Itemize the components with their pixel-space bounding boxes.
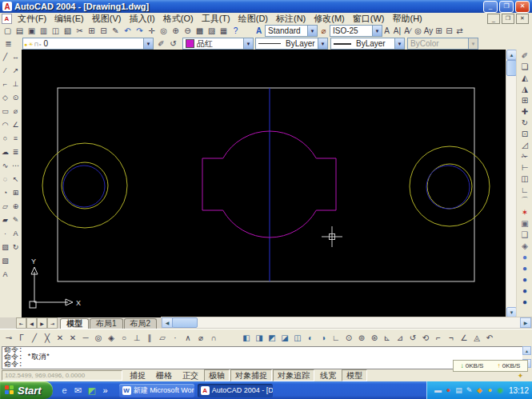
shade-flat-icon[interactable]: ● — [518, 285, 531, 296]
tray-security-icon[interactable]: ◉ — [496, 386, 505, 395]
ucs-previous-icon[interactable]: ↶ — [483, 331, 496, 344]
stretch-icon[interactable]: ◿ — [518, 139, 531, 150]
space-convert-icon[interactable]: ⇄ — [454, 25, 465, 36]
layer-manager-icon[interactable]: ≣ — [2, 38, 14, 49]
plot-icon[interactable]: ▥ — [38, 25, 50, 36]
linear-dimension-icon[interactable]: ↔ — [10, 50, 21, 63]
publish-icon[interactable]: ▧ — [62, 25, 74, 36]
open-icon[interactable]: ▤ — [14, 25, 26, 36]
snap-node-icon[interactable]: · — [169, 331, 182, 344]
face-ucs-icon[interactable]: ⊛ — [368, 331, 381, 344]
continue-dimension-icon[interactable]: ⋯ — [10, 158, 21, 172]
explode-icon[interactable]: ✶ — [518, 206, 531, 217]
top-view-icon[interactable]: ◨ — [253, 331, 266, 344]
status-toggle-线宽[interactable]: 线宽 — [315, 369, 341, 381]
pan-realtime-icon[interactable]: ✛ — [146, 25, 158, 36]
status-toggle-极轴[interactable]: 极轴 — [204, 369, 230, 381]
tab-模型[interactable]: 模型 — [60, 318, 89, 329]
restore-icon[interactable]: ❐ — [499, 1, 514, 13]
paste-icon[interactable]: ⊟ — [98, 25, 110, 36]
tab-布局1[interactable]: 布局1 — [90, 318, 123, 329]
center-mark-icon[interactable]: ⊕ — [10, 199, 21, 213]
extend-icon[interactable]: ⊢ — [518, 162, 531, 173]
array-icon[interactable]: ⊞ — [518, 94, 531, 106]
ellipse-arc-icon[interactable]: ◔ — [0, 186, 10, 199]
aligned-dimension-icon[interactable]: ↗ — [10, 63, 21, 77]
tab-next-icon[interactable]: ▶ — [37, 317, 47, 329]
construction-line-icon[interactable]: ⁄ — [0, 63, 10, 77]
ordinate-dimension-icon[interactable]: ⊥ — [10, 77, 21, 90]
hatch-icon[interactable]: ▨ — [0, 240, 10, 253]
close-icon[interactable]: ✕ — [515, 1, 530, 13]
quick-dimension-icon[interactable]: ≡ — [10, 131, 21, 145]
zoom-realtime-icon[interactable]: ◎ — [158, 25, 170, 36]
z-rotate-ucs-icon[interactable]: ∠ — [458, 331, 470, 344]
materials-icon[interactable]: ◈ — [518, 240, 531, 251]
tray-download-icon[interactable]: ◆ — [475, 386, 484, 395]
help-icon[interactable]: ? — [230, 25, 242, 36]
tray-printer-icon[interactable]: ▤ — [454, 386, 463, 395]
left-view-icon[interactable]: ◪ — [278, 331, 291, 344]
layer-on-icon-icon[interactable]: ● — [24, 42, 27, 47]
snap-parallel-icon[interactable]: ∥ — [143, 331, 156, 344]
tray-antivirus-icon[interactable]: ● — [444, 386, 453, 395]
tab-last-icon[interactable]: ⇥ — [47, 317, 58, 329]
shade-2d-wireframe-icon[interactable]: ● — [518, 251, 531, 262]
quick-leader-icon[interactable]: ↖ — [10, 172, 21, 186]
world-ucs-icon[interactable]: ⊙ — [342, 331, 355, 344]
layer-freeze-icon-icon[interactable]: ☀ — [28, 42, 33, 47]
status-toggle-模型[interactable]: 模型 — [342, 369, 367, 381]
snap-extension-icon[interactable]: ─ — [79, 331, 92, 344]
color-dropdown[interactable]: 品红 ▼ — [182, 38, 254, 50]
designcenter-icon[interactable]: ▨ — [206, 25, 218, 36]
region-icon[interactable]: ▧ — [0, 253, 10, 267]
snap-tangent-icon[interactable]: ○ — [118, 331, 130, 344]
bottom-view-icon[interactable]: ◩ — [266, 331, 278, 344]
menu-视图(V)[interactable]: 视图(V) — [88, 14, 126, 23]
taskbar-task[interactable]: W新建 Microsoft Word ... — [119, 384, 194, 397]
polygon-icon[interactable]: ◇ — [0, 90, 10, 104]
shade-gouraud-icon[interactable]: ● — [518, 296, 531, 307]
undo-icon[interactable]: ↶ — [122, 25, 134, 36]
new-icon[interactable]: ▢ — [2, 25, 14, 36]
arc-icon[interactable]: ◠ — [0, 118, 10, 131]
scenes-icon[interactable]: ❑ — [518, 229, 531, 240]
snap-insert-icon[interactable]: ▱ — [156, 331, 169, 344]
origin-ucs-icon[interactable]: ⊿ — [394, 331, 406, 344]
layer-previous-icon[interactable]: ↺ — [167, 38, 179, 49]
erase-icon[interactable]: ✐ — [518, 50, 531, 61]
mdi-minimize-icon[interactable]: _ — [487, 14, 500, 24]
multiline-text-icon[interactable]: A — [382, 25, 392, 36]
make-block-icon[interactable]: ▰ — [0, 213, 10, 226]
y-rotate-ucs-icon[interactable]: ¬ — [445, 331, 458, 344]
rotate-icon[interactable]: ↻ — [518, 117, 531, 128]
chevron-down-icon[interactable]: ▼ — [372, 26, 382, 36]
menu-格式(O)[interactable]: 格式(O) — [159, 14, 198, 23]
drawing-viewport[interactable]: YX — [22, 50, 506, 317]
scale-text-icon[interactable]: ⊞ — [434, 25, 444, 36]
polyline-icon[interactable]: ⌐ — [0, 77, 10, 90]
status-toggle-栅格[interactable]: 栅格 — [151, 369, 177, 381]
lineweight-dropdown[interactable]: ByLayer ▼ — [330, 38, 405, 50]
camera-icon[interactable]: ◑ — [317, 331, 330, 344]
snap-center-icon[interactable]: ◎ — [92, 331, 105, 344]
front-view-icon[interactable]: ◫ — [291, 331, 304, 344]
snap-nearest-icon[interactable]: ∧ — [182, 331, 194, 344]
zoom-previous-icon[interactable]: ⊖ — [182, 25, 194, 36]
dimension-update-icon[interactable]: ↻ — [10, 240, 21, 253]
tool-palettes-icon[interactable]: ▦ — [218, 25, 230, 36]
snap-apparent-intersection-icon[interactable]: ✕ — [66, 331, 79, 344]
trim-icon[interactable]: ✁ — [518, 150, 531, 162]
snap-midpoint-icon[interactable]: ╳ — [41, 331, 54, 344]
quicklaunch-mail-icon[interactable]: ✉ — [73, 385, 84, 396]
tray-input-icon[interactable]: ✎ — [465, 386, 474, 395]
point-icon[interactable]: · — [0, 226, 10, 240]
quicklaunch-media-icon[interactable]: ◩ — [86, 385, 98, 396]
menu-修改(M)[interactable]: 修改(M) — [310, 14, 349, 23]
mdi-close-icon[interactable]: ✕ — [516, 14, 529, 24]
tolerance-icon[interactable]: ⊞ — [10, 186, 21, 199]
menu-帮助(H)[interactable]: 帮助(H) — [389, 14, 426, 23]
copy-object-icon[interactable]: ❏ — [518, 61, 531, 72]
status-toggle-捕捉[interactable]: 捕捉 — [125, 369, 150, 381]
horizontal-scroll-thumb[interactable] — [172, 317, 198, 328]
